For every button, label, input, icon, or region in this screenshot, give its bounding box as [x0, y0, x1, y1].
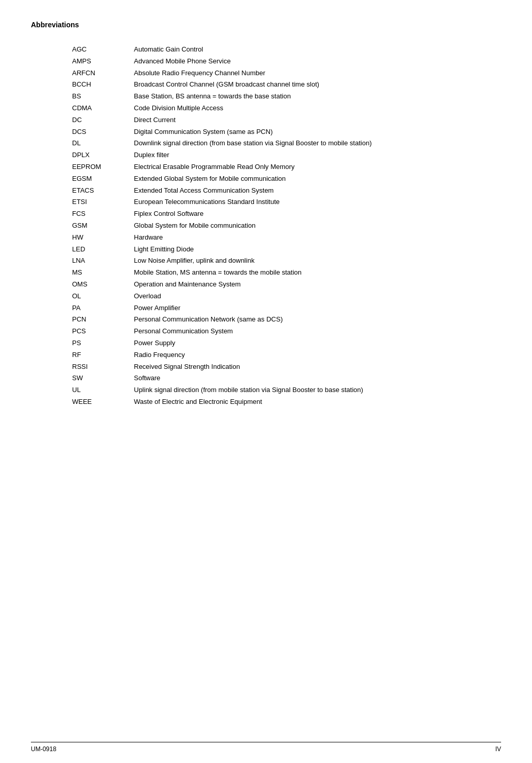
abbreviation-row: PSPower Supply: [72, 338, 501, 349]
abbreviation-value: Advanced Mobile Phone Service: [134, 56, 501, 67]
abbreviation-value: Light Emitting Diode: [134, 244, 501, 255]
abbreviation-value: Extended Total Access Communication Syst…: [134, 185, 501, 196]
abbreviation-row: ARFCNAbsolute Radio Frequency Channel Nu…: [72, 68, 501, 79]
abbreviation-value: Global System for Mobile communication: [134, 221, 501, 231]
abbreviation-row: RFRadio Frequency: [72, 350, 501, 361]
abbreviation-row: AMPSAdvanced Mobile Phone Service: [72, 56, 501, 67]
abbreviation-key: BS: [72, 91, 134, 102]
abbreviation-value: Power Supply: [134, 338, 501, 349]
abbreviation-row: LNALow Noise Amplifier, uplink and downl…: [72, 256, 501, 266]
abbreviation-row: PCSPersonal Communication System: [72, 326, 501, 337]
abbreviation-value: Personal Communication Network (same as …: [134, 314, 501, 325]
abbreviation-key: CDMA: [72, 103, 134, 114]
abbreviation-row: HWHardware: [72, 232, 501, 243]
abbreviation-key: RF: [72, 350, 134, 361]
abbreviation-value: Software: [134, 373, 501, 384]
abbreviation-value: Broadcast Control Channel (GSM broadcast…: [134, 79, 501, 90]
abbreviation-key: AGC: [72, 44, 134, 55]
abbreviation-key: BCCH: [72, 79, 134, 90]
abbreviation-key: DPLX: [72, 150, 134, 161]
abbreviation-row: BSBase Station, BS antenna = towards the…: [72, 91, 501, 102]
abbreviation-value: Waste of Electric and Electronic Equipme…: [134, 397, 501, 408]
abbreviation-value: Direct Current: [134, 115, 501, 126]
abbreviation-row: AGCAutomatic Gain Control: [72, 44, 501, 55]
abbreviation-key: LED: [72, 244, 134, 255]
abbreviation-key: OMS: [72, 279, 134, 290]
abbreviation-value: Uplink signal direction (from mobile sta…: [134, 385, 501, 396]
abbreviation-key: ETACS: [72, 185, 134, 196]
footer-left: UM-0918: [31, 745, 56, 753]
abbreviation-key: ARFCN: [72, 68, 134, 79]
abbreviations-table: AGCAutomatic Gain ControlAMPSAdvanced Mo…: [72, 44, 501, 408]
abbreviation-row: DPLXDuplex filter: [72, 150, 501, 161]
abbreviation-key: HW: [72, 232, 134, 243]
abbreviation-value: Personal Communication System: [134, 326, 501, 337]
abbreviation-key: DC: [72, 115, 134, 126]
abbreviation-key: PCN: [72, 314, 134, 325]
abbreviation-row: WEEEWaste of Electric and Electronic Equ…: [72, 397, 501, 408]
abbreviation-row: PAPower Amplifier: [72, 303, 501, 314]
abbreviation-key: LNA: [72, 256, 134, 266]
abbreviation-key: UL: [72, 385, 134, 396]
abbreviation-value: Radio Frequency: [134, 350, 501, 361]
abbreviation-key: DCS: [72, 127, 134, 138]
abbreviation-value: Operation and Maintenance System: [134, 279, 501, 290]
abbreviation-value: Automatic Gain Control: [134, 44, 501, 55]
abbreviation-key: EEPROM: [72, 162, 134, 173]
abbreviation-value: Electrical Erasable Programmable Read On…: [134, 162, 501, 173]
abbreviation-row: EGSMExtended Global System for Mobile co…: [72, 174, 501, 184]
page-title: Abbreviations: [31, 21, 501, 29]
abbreviation-value: Overload: [134, 291, 501, 302]
abbreviation-row: FCSFiplex Control Software: [72, 209, 501, 219]
abbreviation-value: Digital Communication System (same as PC…: [134, 127, 501, 138]
abbreviation-key: AMPS: [72, 56, 134, 67]
abbreviation-value: Power Amplifier: [134, 303, 501, 314]
abbreviation-row: ETSIEuropean Telecommunications Standard…: [72, 197, 501, 208]
abbreviation-value: Downlink signal direction (from base sta…: [134, 138, 501, 149]
abbreviation-key: DL: [72, 138, 134, 149]
abbreviation-row: RSSIReceived Signal Strength Indication: [72, 362, 501, 372]
abbreviation-row: ULUplink signal direction (from mobile s…: [72, 385, 501, 396]
abbreviation-value: Extended Global System for Mobile commun…: [134, 174, 501, 184]
abbreviation-key: PCS: [72, 326, 134, 337]
abbreviation-row: SWSoftware: [72, 373, 501, 384]
abbreviation-value: Base Station, BS antenna = towards the b…: [134, 91, 501, 102]
abbreviation-row: PCNPersonal Communication Network (same …: [72, 314, 501, 325]
abbreviation-value: Low Noise Amplifier, uplink and downlink: [134, 256, 501, 266]
abbreviation-value: Mobile Station, MS antenna = towards the…: [134, 267, 501, 278]
footer-right: IV: [495, 745, 501, 753]
abbreviation-value: Fiplex Control Software: [134, 209, 501, 219]
abbreviation-key: GSM: [72, 221, 134, 231]
abbreviation-value: Absolute Radio Frequency Channel Number: [134, 68, 501, 79]
abbreviation-row: ETACSExtended Total Access Communication…: [72, 185, 501, 196]
abbreviation-key: EGSM: [72, 174, 134, 184]
abbreviation-value: Code Division Multiple Access: [134, 103, 501, 114]
abbreviation-value: Duplex filter: [134, 150, 501, 161]
abbreviation-key: PS: [72, 338, 134, 349]
abbreviation-row: DCDirect Current: [72, 115, 501, 126]
abbreviation-row: DCSDigital Communication System (same as…: [72, 127, 501, 138]
abbreviation-key: PA: [72, 303, 134, 314]
footer: UM-0918 IV: [31, 742, 501, 753]
abbreviation-row: LEDLight Emitting Diode: [72, 244, 501, 255]
abbreviation-value: Received Signal Strength Indication: [134, 362, 501, 372]
abbreviation-value: European Telecommunications Standard Ins…: [134, 197, 501, 208]
abbreviation-key: FCS: [72, 209, 134, 219]
abbreviation-key: RSSI: [72, 362, 134, 372]
abbreviation-row: CDMACode Division Multiple Access: [72, 103, 501, 114]
abbreviation-row: BCCHBroadcast Control Channel (GSM broad…: [72, 79, 501, 90]
abbreviation-row: GSMGlobal System for Mobile communicatio…: [72, 221, 501, 231]
abbreviation-value: Hardware: [134, 232, 501, 243]
abbreviation-key: MS: [72, 267, 134, 278]
abbreviation-row: EEPROMElectrical Erasable Programmable R…: [72, 162, 501, 173]
abbreviation-key: SW: [72, 373, 134, 384]
abbreviation-key: ETSI: [72, 197, 134, 208]
abbreviation-row: DLDownlink signal direction (from base s…: [72, 138, 501, 149]
abbreviation-row: MSMobile Station, MS antenna = towards t…: [72, 267, 501, 278]
abbreviation-key: WEEE: [72, 397, 134, 408]
abbreviation-key: OL: [72, 291, 134, 302]
abbreviation-row: OLOverload: [72, 291, 501, 302]
page-container: Abbreviations AGCAutomatic Gain ControlA…: [0, 0, 532, 763]
abbreviation-row: OMSOperation and Maintenance System: [72, 279, 501, 290]
